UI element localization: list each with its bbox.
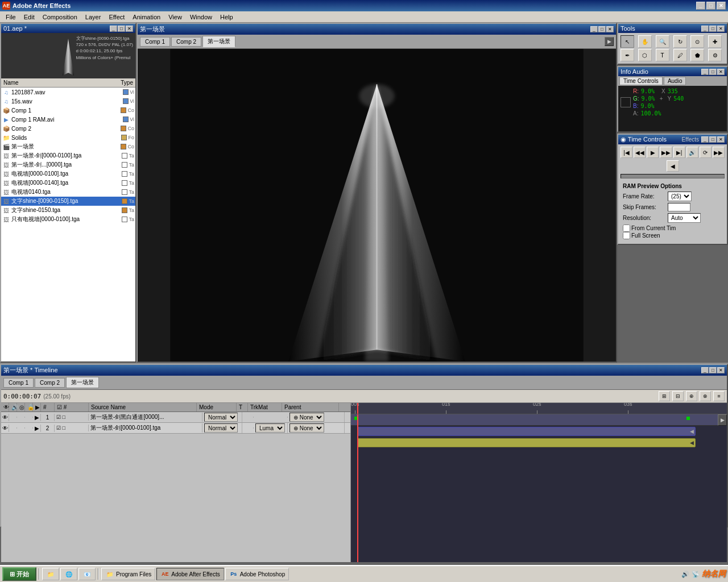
layer1-solo[interactable] (17, 417, 25, 418)
layer2-parent-select[interactable]: ⊕ None (289, 423, 324, 433)
tc-close[interactable]: ✕ (717, 136, 725, 143)
list-item[interactable]: 🖼第一场景-剑[0000-0100].tgaTa (1, 151, 135, 160)
tl-btn-2[interactable]: ⊟ (672, 391, 684, 401)
tl-tab-1[interactable]: Comp 1 (3, 378, 34, 388)
menu-window[interactable]: Window (187, 13, 216, 22)
tc-scrub-bar[interactable] (621, 174, 725, 178)
comp-maximize[interactable]: □ (598, 26, 606, 32)
layer2-mode[interactable]: Normal (202, 423, 242, 433)
taskbar-item-ae[interactable]: AE Adobe After Effects (156, 568, 224, 580)
list-item[interactable]: 🖼文字shine-0150.tgaTa (1, 206, 135, 215)
tool-camera-orbit[interactable]: ⊙ (690, 35, 704, 48)
layer2-solo[interactable] (17, 427, 25, 429)
list-item[interactable]: 🖼电视墙[0000-0100].tgaTa (1, 169, 135, 178)
tools-minimize[interactable]: _ (701, 26, 709, 32)
layer1-collapse[interactable]: ▶ (33, 414, 41, 421)
tc-play[interactable]: ▶ (647, 147, 659, 158)
layer1-vis[interactable]: 👁 (1, 414, 9, 421)
tl-btn-3[interactable]: ⊕ (686, 391, 697, 401)
tools-maximize[interactable]: □ (709, 26, 717, 32)
tl-playhead[interactable] (357, 403, 358, 414)
frame-rate-select[interactable]: (25) (30) (24) (668, 192, 692, 201)
start-button[interactable]: ⊞ 开始 (2, 567, 36, 581)
tool-select[interactable]: ↖ (621, 35, 634, 48)
tl-btn-5[interactable]: ≡ (713, 391, 725, 401)
tool-rotate[interactable]: ↻ (673, 35, 687, 48)
tl-minimize[interactable]: _ (701, 367, 709, 373)
taskbar-quick-3[interactable]: 📧 (78, 568, 96, 580)
layer1-mode-select[interactable]: Normal (204, 413, 238, 422)
tc-step-back[interactable]: ◀ (667, 160, 679, 172)
info-tab-info[interactable]: Time Controls (619, 77, 663, 85)
info-close[interactable]: ✕ (717, 69, 725, 75)
menu-composition[interactable]: Composition (39, 13, 81, 22)
tl-maximize[interactable]: □ (709, 367, 717, 373)
tl-tab-2[interactable]: Comp 2 (35, 378, 65, 388)
comp-close[interactable]: ✕ (606, 26, 614, 32)
menu-edit[interactable]: Edit (20, 13, 38, 22)
list-item[interactable]: 📦Comp 2Co (1, 124, 135, 133)
tool-zoom-in[interactable]: 🔍 (656, 35, 669, 48)
minimize-button[interactable]: _ (696, 2, 705, 10)
layer2-audio[interactable] (9, 427, 17, 429)
layer2-mode-select[interactable]: Normal (204, 423, 238, 433)
info-tab-audio[interactable]: Audio (664, 77, 686, 85)
tl-btn-4[interactable]: ⊗ (700, 391, 711, 401)
menu-view[interactable]: View (165, 13, 185, 22)
layer2-lock[interactable] (25, 427, 33, 429)
effects-tab-label[interactable]: Effects (682, 136, 699, 143)
tc-audio[interactable]: 🔊 (686, 147, 698, 158)
tc-loop[interactable]: ⟳ (700, 147, 712, 158)
layer1-parent-select[interactable]: ⊕ None (289, 413, 324, 422)
tool-mask[interactable]: ⬡ (638, 49, 652, 61)
menu-animation[interactable]: Animation (129, 13, 164, 22)
menu-help[interactable]: Help (217, 13, 237, 22)
layer2-collapse[interactable]: ▶ (33, 425, 41, 432)
taskbar-item-program-files[interactable]: 📁 Program Files (101, 568, 155, 580)
menu-layer[interactable]: Layer (82, 13, 105, 22)
tc-prev-frame[interactable]: ◀◀ (634, 147, 646, 158)
info-minimize[interactable]: _ (701, 69, 709, 75)
layer1-mode[interactable]: Normal (202, 412, 242, 422)
layer2-trkmat-select[interactable]: Luma None (255, 423, 285, 433)
comp-view-btn[interactable]: ▶ (605, 37, 614, 46)
full-screen-check[interactable] (623, 232, 630, 239)
tool-pen[interactable]: ✒ (621, 49, 634, 61)
tc-minimize[interactable]: _ (701, 136, 709, 143)
tool-stamp[interactable]: ⬟ (690, 49, 704, 61)
list-item[interactable]: 📁SolidsFo (1, 133, 135, 142)
timecode[interactable]: 0:00:00:07 (3, 393, 41, 400)
tool-hand[interactable]: ✋ (638, 35, 652, 48)
tool-paint[interactable]: 🖊 (673, 49, 687, 61)
tl-close[interactable]: ✕ (717, 367, 725, 373)
tool-text[interactable]: T (656, 49, 669, 61)
project-minimize[interactable]: _ (110, 26, 117, 32)
tool-puppet[interactable]: ⚙ (708, 49, 722, 61)
tl-btn-1[interactable]: ⊞ (659, 391, 670, 401)
tool-camera-track[interactable]: ✚ (708, 35, 722, 48)
info-maximize[interactable]: □ (709, 69, 717, 75)
layer1-audio[interactable] (9, 417, 17, 418)
maximize-button[interactable]: □ (706, 2, 715, 10)
project-maximize[interactable]: □ (118, 26, 125, 32)
list-item[interactable]: 🎬第一场景Co (1, 142, 135, 151)
project-close[interactable]: ✕ (126, 26, 133, 32)
skip-frames-input[interactable]: 0 (668, 203, 690, 211)
comp-tab-2[interactable]: Comp 2 (171, 37, 201, 47)
list-item[interactable]: 🖼只有电视墙[0000-0100].tgaTa (1, 215, 135, 224)
taskbar-quick-2[interactable]: 🌐 (60, 568, 77, 580)
comp-tab-scene[interactable]: 第一场景 (202, 36, 235, 47)
list-item[interactable]: 🖼电视墙0140.tgaTa (1, 188, 135, 197)
tc-maximize[interactable]: □ (709, 136, 717, 143)
comp-tab-1[interactable]: Comp 1 (140, 37, 170, 47)
close-button[interactable]: ✕ (717, 2, 726, 10)
tc-ram-preview[interactable]: ▶▶ (713, 147, 725, 158)
tc-next-frame[interactable]: ▶▶ (660, 147, 672, 158)
tc-last-frame[interactable]: ▶| (673, 147, 685, 158)
layer2-trkmat[interactable]: Luma None (254, 423, 288, 433)
comp-minimize[interactable]: _ (590, 26, 598, 32)
tl-scroll-btn[interactable]: ▶ (718, 414, 727, 426)
from-current-check[interactable] (623, 225, 630, 232)
list-item[interactable]: ♫15s.wavVi (1, 97, 135, 106)
list-item[interactable]: 🖼电视墙[0000-0140].tgaTa (1, 178, 135, 188)
